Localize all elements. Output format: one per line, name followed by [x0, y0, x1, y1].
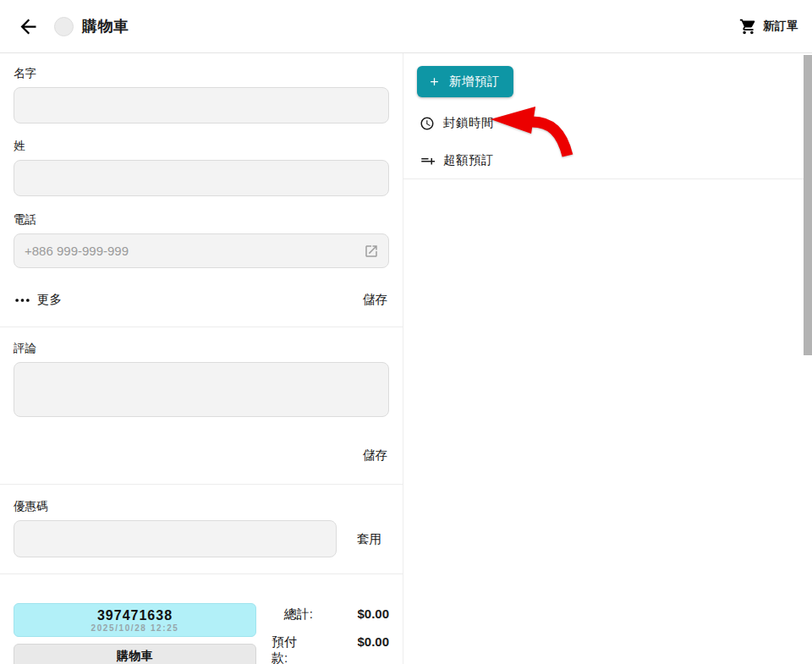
- comment-textarea[interactable]: [14, 362, 389, 417]
- clock-icon: [420, 116, 435, 131]
- phone-label: 電話: [14, 212, 389, 228]
- prepaid-row: 預付款: $0.00: [272, 634, 389, 664]
- customer-actions-row: 更多 儲存: [14, 288, 389, 311]
- open-in-new-icon[interactable]: [364, 244, 379, 259]
- total-row: 總計: $0.00: [272, 606, 389, 623]
- comment-save-label: 儲存: [363, 447, 387, 464]
- scrollbar[interactable]: [804, 55, 812, 355]
- topbar: 購物車 新訂單: [0, 0, 812, 53]
- arrow-left-icon: [17, 15, 40, 38]
- coupon-section: 優惠碼 套用: [0, 485, 403, 574]
- cart-badge-title: 購物車: [18, 649, 252, 664]
- block-time-button[interactable]: 封鎖時間: [417, 115, 798, 131]
- avatar: [54, 17, 74, 36]
- order-timestamp: 2025/10/28 12:25: [18, 623, 252, 633]
- prepaid-value: $0.00: [333, 634, 389, 649]
- first-name-label: 名字: [14, 66, 389, 81]
- summary-section: 397471638 2025/10/28 12:25 購物車 2025/10/2…: [0, 574, 403, 664]
- cart-icon: [739, 18, 757, 36]
- comment-section: 評論 儲存: [0, 327, 403, 485]
- coupon-input[interactable]: [14, 520, 337, 557]
- customer-save-button[interactable]: 儲存: [361, 288, 389, 311]
- main-content: 名字 姓 電話: [0, 53, 812, 664]
- more-label: 更多: [37, 292, 62, 308]
- booking-actions-panel: 新增預訂 封鎖時間 超額預訂: [403, 53, 812, 664]
- comment-actions-row: 儲存: [14, 444, 389, 467]
- totals: 總計: $0.00 預付款: $0.00 餘額: $0.00: [272, 603, 389, 664]
- coupon-label: 優惠碼: [14, 499, 389, 514]
- coupon-apply-label: 套用: [357, 531, 381, 547]
- first-name-input[interactable]: [14, 87, 389, 123]
- new-order-label: 新訂單: [763, 19, 798, 34]
- playlist-add-icon: [420, 153, 435, 168]
- last-name-label: 姓: [14, 139, 389, 154]
- add-booking-button[interactable]: 新增預訂: [417, 66, 513, 97]
- total-label: 總計:: [284, 606, 313, 623]
- coupon-apply-button[interactable]: 套用: [355, 528, 383, 551]
- total-value: $0.00: [333, 606, 389, 621]
- cart-badge[interactable]: 購物車 2025/10/28 12:25: [14, 644, 256, 664]
- customer-panel: 名字 姓 電話: [0, 53, 403, 664]
- back-button[interactable]: [14, 12, 42, 41]
- comment-label: 評論: [14, 341, 389, 356]
- phone-input[interactable]: [14, 233, 389, 268]
- order-number-badge[interactable]: 397471638 2025/10/28 12:25: [14, 603, 256, 637]
- more-button[interactable]: 更多: [14, 288, 63, 311]
- ellipsis-icon: [15, 296, 30, 305]
- overbooking-label: 超額預訂: [443, 152, 494, 168]
- plus-icon: [428, 75, 441, 88]
- phone-field: [14, 233, 389, 268]
- cart-page: 購物車 新訂單 名字 姓 電話: [0, 0, 812, 664]
- customer-save-label: 儲存: [363, 292, 387, 308]
- order-badges: 397471638 2025/10/28 12:25 購物車 2025/10/2…: [14, 603, 256, 664]
- block-time-label: 封鎖時間: [443, 115, 494, 131]
- add-booking-label: 新增預訂: [449, 74, 500, 90]
- comment-save-button[interactable]: 儲存: [361, 444, 389, 467]
- booking-actions-inner: 新增預訂 封鎖時間 超額預訂: [403, 53, 812, 179]
- customer-info-section: 名字 姓 電話: [0, 53, 403, 327]
- page-title: 購物車: [82, 16, 129, 36]
- prepaid-label: 預付款:: [272, 634, 313, 664]
- overbooking-button[interactable]: 超額預訂: [417, 152, 798, 168]
- coupon-row: 套用: [14, 520, 389, 557]
- order-number: 397471638: [18, 608, 252, 623]
- new-order-button[interactable]: 新訂單: [739, 18, 798, 36]
- last-name-input[interactable]: [14, 160, 389, 196]
